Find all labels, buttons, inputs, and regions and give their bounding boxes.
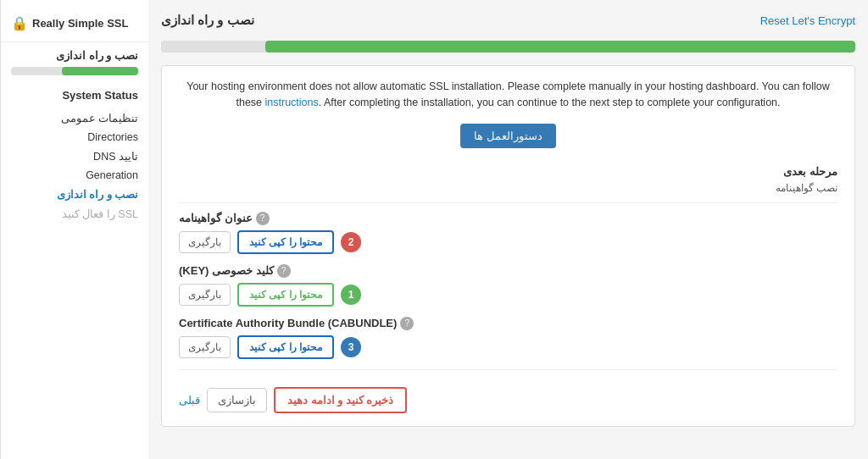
backup-button-bundle[interactable]: بارگیری <box>179 336 231 358</box>
sidebar-item-install[interactable]: نصب و راه اندازی <box>11 185 138 204</box>
reset-button[interactable]: بازسازی <box>207 388 267 412</box>
cert-row-1: 2 محتوا را کپی کنید بارگیری <box>179 230 837 254</box>
sidebar-item-generation[interactable]: Generation <box>11 166 138 185</box>
progress-bar-fill <box>265 41 855 53</box>
sidebar-item-ssl-activate[interactable]: SSL را فعال کنید <box>11 204 138 224</box>
sidebar-item-directories[interactable]: Directories <box>11 128 138 147</box>
notice-text: Your hosting environment does not allow … <box>179 79 837 111</box>
bundle-label-row: ? Certificate Authority Bundle (CABUNDLE… <box>179 317 837 330</box>
top-bar: Reset Let's Encrypt نصب و راه اندازی <box>161 8 855 32</box>
backup-button-cert-title[interactable]: بارگیری <box>179 231 231 253</box>
next-section-label: مرحله بعدی <box>179 165 837 178</box>
page-title: نصب و راه اندازی <box>161 13 254 28</box>
logo-text: Really Simple SSL <box>32 17 128 30</box>
cert-row-3: 3 محتوا را کپی کنید بارگیری <box>179 335 837 359</box>
copy-button-bundle[interactable]: محتوا را کپی کنید <box>237 335 334 359</box>
sidebar-title: نصب و راه اندازی <box>11 49 138 62</box>
divider-2 <box>179 369 837 370</box>
bundle-label: Certificate Authority Bundle (CABUNDLE) <box>179 317 397 329</box>
instructions-button[interactable]: دستورالعمل ها <box>460 124 556 148</box>
question-icon-key[interactable]: ? <box>277 264 291 278</box>
badge-2: 2 <box>341 232 361 252</box>
sidebar-item-dns[interactable]: تایید DNS <box>11 147 138 166</box>
sidebar-progress-bar <box>11 67 138 75</box>
lock-icon: 🔒 <box>11 15 28 31</box>
content-card: Your hosting environment does not allow … <box>161 65 855 427</box>
badge-1: 1 <box>341 285 361 305</box>
progress-bar-container <box>161 41 855 53</box>
badge-3: 3 <box>341 337 361 357</box>
sidebar-item-general[interactable]: تنظیمات عمومی <box>11 108 138 128</box>
bottom-actions: ذخیره کنید و ادامه دهید بازسازی قبلی <box>179 387 837 413</box>
cert-row-2: 1 محتوا را کپی کنید بارگیری <box>179 283 837 307</box>
copy-button-key[interactable]: محتوا را کپی کنید <box>237 283 334 307</box>
copy-button-cert-title[interactable]: محتوا را کپی کنید <box>237 230 334 254</box>
sidebar-logo: Really Simple SSL 🔒 <box>1 8 148 42</box>
cert-title-label-row: ? عنوان گواهینامه <box>179 212 837 225</box>
sidebar-progress-fill <box>62 67 138 75</box>
sidebar-menu: System Status تنظیمات عمومی Directories … <box>11 86 138 224</box>
key-label-row: ? کلید خصوصی (KEY) <box>179 264 837 278</box>
reset-lets-encrypt-link[interactable]: Reset Let's Encrypt <box>760 14 855 27</box>
question-icon-bundle[interactable]: ? <box>400 317 414 330</box>
question-icon-cert[interactable]: ? <box>256 212 270 225</box>
sidebar-item-system-status[interactable]: System Status <box>11 86 138 105</box>
sidebar-section: نصب و راه اندازی System Status تنظیمات ع… <box>1 42 148 224</box>
sidebar: Really Simple SSL 🔒 نصب و راه اندازی Sys… <box>0 0 148 459</box>
save-continue-button[interactable]: ذخیره کنید و ادامه دهید <box>274 387 407 413</box>
instructions-link[interactable]: instructions <box>265 97 319 108</box>
cert-title-label: عنوان گواهینامه <box>179 212 253 224</box>
key-label: کلید خصوصی (KEY) <box>179 264 274 277</box>
backup-button-key[interactable]: بارگیری <box>179 284 231 306</box>
back-link[interactable]: قبلی <box>179 394 200 406</box>
divider-1 <box>179 202 837 203</box>
next-section-sub: نصب گواهینامه <box>179 182 837 194</box>
